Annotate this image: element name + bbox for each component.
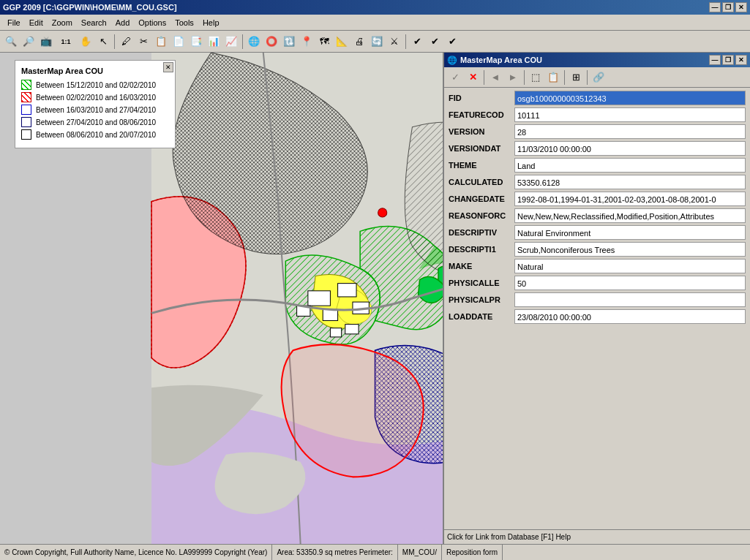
tool-12[interactable]: 🗺 [316,34,332,50]
svg-point-20 [378,208,387,217]
tool-16[interactable]: ⚔ [386,34,402,50]
attr-row-1: FEATURECOD 10111 [449,107,746,122]
tool-7[interactable]: 📈 [223,34,239,50]
minimize-button[interactable]: — [709,2,721,12]
toolbar: 🔍 🔎 📺 1:1 ✋ ↖ 🖊 ✂ 📋 📄 📑 📊 📈 🌐 ⭕ 🔃 📍 🗺 📐 … [0,31,750,53]
attr-value-1[interactable]: 10111 [514,107,746,122]
attr-label-2: VERSION [449,127,514,136]
tool-13[interactable]: 📐 [334,34,350,50]
attr-row-8: DESCRIPTIVNatural Environment [449,225,746,240]
tool-18: ✔ [427,34,443,50]
tool-19: ✔ [444,34,460,50]
legend-item-0: Between 15/12/2010 and 02/02/2010 [21,80,169,90]
attr-value-4[interactable]: Land [514,158,746,173]
attr-toolbar-sep-3 [564,70,565,85]
attr-row-4: THEMELand [449,158,746,173]
attr-label-10: MAKE [449,262,514,270]
attr-toolbar-sep-4 [587,70,588,85]
close-button[interactable]: ✕ [735,2,747,12]
attr-label-11: PHYSICALLE [449,279,514,287]
attr-row-0: FIDosgb1000000003512343 [449,91,746,105]
zoom-out-button[interactable]: 🔎 [20,34,37,50]
attr-forward-button: ► [505,69,521,86]
attr-row-10: MAKENatural [449,259,746,273]
attr-label-7: REASONFORC [449,211,514,220]
attr-maximize-button[interactable]: ❐ [722,55,734,65]
tool-3[interactable]: 📋 [153,34,169,50]
attr-value-3[interactable]: 11/03/2010 00:00:00 [514,141,746,156]
attr-paste-button[interactable]: 📋 [545,69,561,86]
legend-swatch-2 [21,105,31,115]
menu-add[interactable]: Add [111,17,135,29]
tool-15[interactable]: 🔄 [369,34,385,50]
pan-button[interactable]: ✋ [78,34,94,50]
attr-link-button[interactable]: 🔗 [590,69,607,86]
svg-rect-15 [323,309,337,320]
legend-item-2: Between 16/03/2010 and 27/04/2010 [21,105,169,115]
tool-5[interactable]: 📑 [188,34,204,50]
tool-1[interactable]: 🖊 [118,34,134,50]
attr-cancel-button[interactable]: ✕ [465,69,481,86]
attr-panel-title: MasterMap Area COU [460,56,542,64]
attr-back-button: ◄ [487,69,503,86]
zoom-in-button[interactable]: 🔍 [3,34,19,50]
attr-status: Click for Link from Database [F1] Help [444,529,750,544]
attr-value-0[interactable]: osgb1000000003512343 [514,91,746,105]
select-button[interactable]: ↖ [95,34,111,50]
attr-row-7: REASONFORCNew,New,New,Reclassified,Modif… [449,208,746,223]
status-area-text: Area: 53350.9 sq metres Perimeter: [277,548,392,556]
status-tab-text: MM_COU [402,548,435,556]
attr-value-12[interactable] [514,292,746,307]
legend-close-button[interactable]: ✕ [163,62,173,72]
status-copyright-text: © Crown Copyright, Full Authority Name, … [4,548,267,556]
attr-multiedit-button[interactable]: ⊞ [568,69,584,86]
tool-8[interactable]: 🌐 [246,34,262,50]
view-button[interactable]: 📺 [38,34,54,50]
attr-panel: 🌐 MasterMap Area COU — ❐ ✕ ✓ ✕ ◄ ► ⬚ 📋 ⊞… [443,53,750,544]
legend-label-0: Between 15/12/2010 and 02/02/2010 [36,81,156,89]
attr-value-2[interactable]: 28 [514,124,746,139]
status-tab[interactable]: MM_COU / [398,545,442,560]
menu-options[interactable]: Options [134,17,170,29]
menu-help[interactable]: Help [198,17,224,29]
menu-search[interactable]: Search [77,17,111,29]
tool-9[interactable]: ⭕ [263,34,280,50]
legend-panel: ✕ MasterMap Area COU Between 15/12/2010 … [15,60,176,148]
attr-copy-button[interactable]: ⬚ [528,69,544,86]
attr-label-12: PHYSICALPR [449,295,514,304]
menu-tools[interactable]: Tools [170,17,198,29]
maximize-button[interactable]: ❐ [722,2,734,12]
attr-value-8[interactable]: Natural Environment [514,225,746,240]
tool-11[interactable]: 📍 [299,34,315,50]
attr-value-9[interactable]: Scrub,Nonconiferous Trees [514,242,746,257]
scale-button[interactable]: 1:1 [56,34,76,50]
attr-label-8: DESCRIPTIV [449,228,514,237]
tool-4[interactable]: 📄 [170,34,187,50]
attr-panel-icon: 🌐 [447,56,457,65]
attr-label-4: THEME [449,161,514,170]
attr-close-button[interactable]: ✕ [735,55,747,65]
legend-title: MasterMap Area COU [21,67,169,75]
attr-value-6[interactable]: 1992-08-01,1994-01-31,2001-02-03,2001-08… [514,192,746,206]
status-reposition[interactable]: Reposition form [442,545,503,560]
legend-swatch-0 [21,80,31,90]
tool-6[interactable]: 📊 [206,34,222,50]
menu-file[interactable]: File [3,17,25,29]
tool-10[interactable]: 🔃 [281,34,297,50]
title-bar-controls: — ❐ ✕ [709,2,747,12]
attr-value-13[interactable]: 23/08/2010 00:00:00 [514,309,746,324]
tool-2[interactable]: ✂ [135,34,151,50]
attr-label-6: CHANGEDATE [449,194,514,203]
status-copyright: © Crown Copyright, Full Authority Name, … [0,545,272,560]
tool-14[interactable]: 🖨 [351,34,367,50]
menu-zoom[interactable]: Zoom [48,17,77,29]
attr-value-5[interactable]: 53350.6128 [514,175,746,189]
attr-minimize-button[interactable]: — [709,55,721,65]
attr-value-10[interactable]: Natural [514,259,746,273]
toolbar-separator-1 [114,34,115,49]
menu-bar: File Edit Zoom Search Add Options Tools … [0,15,750,31]
attr-value-7[interactable]: New,New,New,Reclassified,Modified,Positi… [514,208,746,223]
legend-item-4: Between 08/06/2010 and 20/07/2010 [21,129,169,140]
attr-value-11[interactable]: 50 [514,276,746,290]
menu-edit[interactable]: Edit [25,17,48,29]
